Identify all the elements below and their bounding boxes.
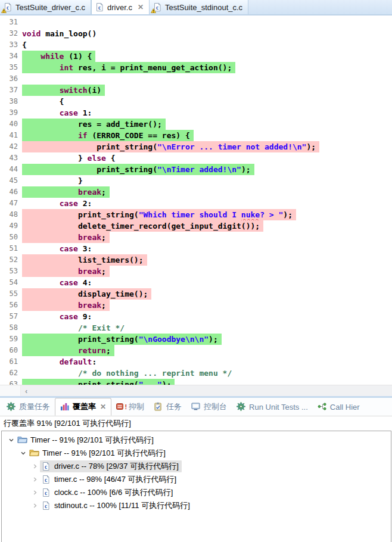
svg-text:c: c (98, 5, 101, 11)
chevron-right-icon[interactable] (30, 462, 40, 471)
code-line[interactable]: 60 return; (0, 345, 392, 356)
panel-tab-控制台[interactable]: 控制台 (186, 398, 232, 416)
code-text: { (22, 96, 64, 107)
coverage-tree: Timer -- 91% [92/101 可执行代码行]Timer -- 91%… (1, 431, 391, 542)
tree-row-body[interactable]: Timer -- 91% [92/101 可执行代码行] (16, 434, 157, 446)
code-line[interactable]: 36 (0, 73, 392, 85)
code-line[interactable]: 32void main_loop() (0, 28, 392, 39)
close-icon[interactable]: ✕ (138, 3, 144, 11)
suppress-icon: ! (116, 402, 126, 412)
code-text: case 9: (22, 311, 92, 322)
code-line[interactable]: 55 display_time(); (0, 288, 392, 300)
scroll-left-icon[interactable]: ‹ (25, 387, 27, 395)
tree-row[interactable]: Timer -- 91% [92/101 可执行代码行] (2, 434, 391, 447)
tree-row[interactable]: cclock.c -- 100% [6/6 可执行代码行] (2, 486, 391, 499)
bar-chart-icon (60, 402, 70, 412)
editor-tab-driver.c[interactable]: cdriver.c✕ (91, 0, 150, 14)
horizontal-scrollbar[interactable]: ‹ (0, 385, 392, 396)
code-line[interactable]: 52 list_timers(); (0, 254, 392, 266)
editor-tab-label: driver.c (107, 3, 132, 12)
code-text: case 1: (22, 107, 92, 119)
line-number: 50 (0, 232, 22, 243)
code-text: while (1) { (22, 51, 95, 62)
coverage-covered-highlight: res = add_timer(); (22, 119, 166, 130)
code-line[interactable]: 54 case 4: (0, 277, 392, 288)
tree-row-body[interactable]: cdriver.c -- 78% [29/37 可执行代码行] (40, 460, 182, 472)
tree-row-body[interactable]: cclock.c -- 100% [6/6 可执行代码行] (40, 487, 176, 499)
svg-text:!: ! (125, 403, 127, 410)
chevron-right-icon[interactable] (30, 501, 40, 510)
panel-tab-覆盖率[interactable]: 覆盖率✕ (55, 398, 111, 416)
code-line[interactable]: 35 int res, i = print_menu_get_action(); (0, 62, 392, 73)
tree-row-body[interactable]: Timer -- 91% [92/101 可执行代码行] (28, 447, 169, 459)
chevron-right-icon[interactable] (30, 475, 40, 484)
coverage-uncovered-highlight: break; (22, 300, 110, 311)
panel-tab-抑制[interactable]: !抑制 (111, 398, 149, 416)
code-line[interactable]: 34 while (1) { (0, 51, 392, 62)
code-line[interactable]: 57 case 9: (0, 311, 392, 322)
tree-row[interactable]: ctimer.c -- 98% [46/47 可执行代码行] (2, 473, 391, 486)
code-line[interactable]: 51 case 3: (0, 243, 392, 254)
code-text: case 4: (22, 277, 92, 288)
tree-row-body[interactable]: ctimer.c -- 98% [46/47 可执行代码行] (40, 474, 179, 485)
coverage-covered-highlight: break; (22, 186, 110, 198)
code-line[interactable]: 42 print_string("\nError ... timer not a… (0, 141, 392, 152)
line-number: 62 (0, 367, 22, 379)
code-line[interactable]: 58 /* Exit */ (0, 322, 392, 334)
code-text: print_string("\nGoodbye\n\n"); (22, 334, 222, 345)
code-line[interactable]: 44 print_string("\nTimer added!\n"); (0, 164, 392, 175)
code-text: /* Exit */ (22, 322, 125, 334)
code-line[interactable]: 38 { (0, 96, 392, 107)
tree-row[interactable]: cstdinout.c -- 100% [11/11 可执行代码行] (2, 499, 391, 512)
panel-tab-Run Unit Tests ...[interactable]: Run Unit Tests ... (232, 398, 313, 416)
tree-row-label: driver.c -- 78% [29/37 可执行代码行] (54, 461, 179, 472)
coverage-covered-highlight: print_string("\nGoodbye\n\n"); (22, 334, 222, 345)
code-line[interactable]: 37 switch(i) (0, 85, 392, 96)
code-line[interactable]: 43 } else { (0, 152, 392, 164)
code-line[interactable]: 50 break; (0, 232, 392, 243)
chevron-down-icon[interactable] (7, 435, 16, 445)
editor-tab-TestSuite_stdinout_c.c[interactable]: cTestSuite_stdinout_c.c (150, 0, 248, 14)
code-text: break; (22, 300, 110, 311)
chevron-right-icon[interactable] (30, 488, 40, 497)
editor-tab-TestSuite_driver_c.c[interactable]: cTestSuite_driver_c.c (0, 0, 91, 14)
code-text: /* do nothing ... reprint menu */ (22, 367, 232, 379)
code-text: case 3: (22, 243, 92, 254)
line-number: 61 (0, 356, 22, 367)
code-line[interactable]: 47 case 2: (0, 198, 392, 209)
tree-row-label: Timer -- 91% [92/101 可执行代码行] (42, 448, 166, 459)
chevron-down-icon[interactable] (18, 448, 28, 458)
code-line[interactable]: 46 break; (0, 186, 392, 198)
line-number: 39 (0, 107, 22, 119)
code-editor[interactable]: 3132void main_loop()33{34 while (1) {35 … (0, 15, 392, 385)
code-line[interactable]: 59 print_string("\nGoodbye\n\n"); (0, 334, 392, 345)
coverage-summary: 行覆盖率 91% [92/101 可执行代码行] (0, 416, 392, 431)
code-line[interactable]: 63 print_string("..."); (0, 379, 392, 385)
code-line[interactable]: 49 delete_timer_record(get_input_digit()… (0, 220, 392, 232)
panel-tab-质量任务[interactable]: 质量任务 (2, 398, 55, 416)
line-number: 34 (0, 51, 22, 62)
close-icon[interactable]: ✕ (100, 403, 106, 411)
code-line[interactable]: 45 } (0, 175, 392, 186)
code-line[interactable]: 62 /* do nothing ... reprint menu */ (0, 367, 392, 379)
code-line[interactable]: 56 break; (0, 300, 392, 311)
code-line[interactable]: 41 if (ERROR_CODE == res) { (0, 130, 392, 141)
line-number: 59 (0, 334, 22, 345)
coverage-covered-highlight: while (1) { (22, 51, 95, 62)
panel-tab-任务[interactable]: 任务 (149, 398, 186, 416)
line-number: 42 (0, 141, 22, 152)
tree-row-body[interactable]: cstdinout.c -- 100% [11/11 可执行代码行] (40, 500, 193, 512)
panel-tab-Call Hier[interactable]: Call Hier (313, 398, 365, 416)
code-line[interactable]: 61 default: (0, 356, 392, 367)
code-line[interactable]: 31 (0, 17, 392, 28)
code-line[interactable]: 40 res = add_timer(); (0, 119, 392, 130)
code-line[interactable]: 39 case 1: (0, 107, 392, 119)
code-line[interactable]: 33{ (0, 39, 392, 51)
c-file-icon: c (3, 2, 13, 12)
svg-text:c: c (7, 5, 9, 11)
tree-row[interactable]: Timer -- 91% [92/101 可执行代码行] (2, 447, 391, 460)
tree-row[interactable]: cdriver.c -- 78% [29/37 可执行代码行] (2, 460, 391, 473)
line-number: 40 (0, 119, 22, 130)
code-line[interactable]: 48 print_string("Which timer should I nu… (0, 209, 392, 220)
code-line[interactable]: 53 break; (0, 266, 392, 277)
